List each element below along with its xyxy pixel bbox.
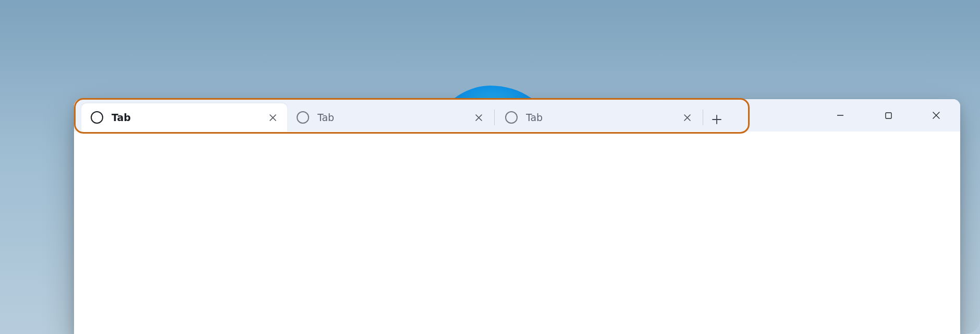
tab-label: Tab [526,112,680,123]
favicon-placeholder-icon [91,111,103,124]
favicon-placeholder-icon [505,111,518,124]
tab-strip: Tab Tab Tab [74,99,729,132]
close-tab-button[interactable] [265,110,280,125]
tab-inactive[interactable]: Tab [496,103,702,132]
tab-active[interactable]: Tab [81,103,287,132]
tab-label: Tab [317,112,471,123]
minimize-button[interactable] [816,99,864,132]
close-tab-button[interactable] [680,110,694,125]
close-window-button[interactable] [912,99,960,132]
plus-icon [712,115,721,124]
maximize-button[interactable] [864,99,912,132]
close-icon [269,114,277,122]
tab-separator [494,110,495,125]
tab-label: Tab [112,112,265,123]
tab-separator [703,110,703,125]
page-content [74,132,960,334]
window-caption-buttons [816,99,960,132]
new-tab-button[interactable] [704,108,729,132]
close-icon [475,114,483,122]
titlebar-drag-region[interactable] [729,99,816,132]
close-tab-button[interactable] [471,110,486,125]
titlebar[interactable]: Tab Tab Tab [74,99,960,132]
maximize-icon [885,112,892,120]
tab-inactive[interactable]: Tab [287,103,493,132]
browser-window: Tab Tab Tab [74,99,960,334]
favicon-placeholder-icon [297,111,309,124]
minimize-icon [836,111,844,120]
close-icon [932,111,940,120]
svg-rect-0 [886,113,891,118]
close-icon [683,114,691,122]
